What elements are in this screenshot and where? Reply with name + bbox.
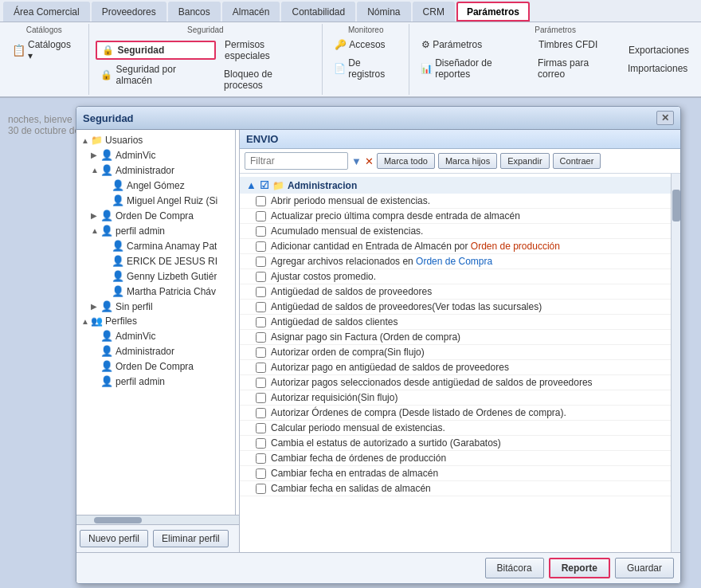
perm-check-12[interactable] [256, 378, 266, 388]
perm-label-13: Autorizar requisición(Sin flujo) [271, 392, 397, 403]
perm-check-16[interactable] [256, 438, 266, 449]
eliminar-perfil-button[interactable]: Eliminar perfil [153, 530, 229, 547]
ribbon-btn-firmas-label: Firmas para correo [538, 57, 615, 80]
reporte-button[interactable]: Reporte [549, 558, 610, 578]
ribbon-btn-exportaciones[interactable]: Exportaciones [623, 41, 695, 59]
ribbon-btn-importaciones-label: Importaciones [628, 63, 687, 74]
perm-check-18[interactable] [256, 468, 266, 479]
perm-check-17[interactable] [256, 453, 266, 464]
filter-input[interactable] [245, 152, 348, 170]
tab-proveedores[interactable]: Proveedores [92, 2, 166, 22]
tree-scrollbar[interactable] [76, 515, 239, 524]
tree-item-perfil-admin[interactable]: ▲ 👤 perfil admin [80, 223, 232, 238]
tree-label-angel: Angel Gómez [127, 180, 185, 191]
tree-footer: Nuevo perfil Eliminar perfil [76, 524, 239, 552]
perm-check-10[interactable] [256, 347, 266, 358]
ribbon-btn-firmas[interactable]: Firmas para correo [533, 55, 620, 82]
dialog-title: Seguridad [83, 112, 134, 124]
toggle-perfil-admin: ▲ [91, 226, 100, 235]
tree-item-carmina[interactable]: 👤 Carmina Anamay Pat [80, 238, 232, 253]
tree-item-sin-perfil[interactable]: ▶ 👤 Sin perfil [80, 299, 232, 314]
perm-check-11[interactable] [256, 363, 266, 373]
ribbon-btn-importaciones[interactable]: Importaciones [623, 61, 695, 76]
filter-icon[interactable]: ▼ [351, 155, 362, 167]
filter-clear-icon[interactable]: ✕ [365, 155, 374, 167]
tab-almacen[interactable]: Almacén [222, 2, 280, 22]
tree-item-perfil-adminvic[interactable]: 👤 AdminVic [80, 328, 232, 343]
perm-check-9[interactable] [256, 332, 266, 343]
ribbon-btn-permisos-label: Permisos especiales [225, 39, 310, 61]
perm-list-scrollbar[interactable] [671, 174, 680, 552]
tree-item-usuarios-root[interactable]: ▲ 📁 Usuarios [80, 133, 232, 147]
tree-item-perfil-orden[interactable]: 👤 Orden De Compra [80, 359, 232, 374]
tree-item-angel[interactable]: 👤 Angel Gómez [80, 178, 232, 193]
ribbon-btn-permisos[interactable]: Permisos especiales [219, 36, 315, 65]
perm-list[interactable]: ▲ ☑ 📁 Administracion Abrir periodo mensu… [240, 174, 671, 552]
tree-panel[interactable]: ▲ 📁 Usuarios ▶ 👤 AdminVic ▲ 👤 Admin [76, 130, 236, 515]
tree-item-genny[interactable]: 👤 Genny Lizbeth Gutiér [80, 269, 232, 284]
ribbon-btn-bloqueo[interactable]: Bloqueo de procesos [219, 66, 315, 93]
tab-nomina[interactable]: Nómina [357, 2, 410, 22]
perm-item-12: Autorizar pagos seleccionados desde anti… [240, 375, 671, 390]
guardar-button[interactable]: Guardar [615, 558, 674, 578]
perm-check-5[interactable] [256, 272, 266, 282]
tree-item-erick[interactable]: 👤 ERICK DE JESUS RI [80, 253, 232, 269]
key-icon: 🔑 [335, 39, 347, 50]
toggle-sin-perfil: ▶ [91, 302, 100, 311]
ribbon-btn-accesos[interactable]: 🔑 Accesos [329, 36, 402, 53]
tree-item-orden[interactable]: ▶ 👤 Orden De Compra [80, 208, 232, 223]
perm-check-3[interactable] [256, 241, 266, 252]
tree-item-martha[interactable]: 👤 Martha Patricia Cháv [80, 284, 232, 299]
contraer-button[interactable]: Contraer [553, 153, 601, 169]
dialog-close-button[interactable]: ✕ [656, 111, 674, 125]
perm-item-13: Autorizar requisición(Sin flujo) [240, 390, 671, 406]
tree-item-perfil-administrador[interactable]: 👤 Administrador [80, 343, 232, 359]
tree-label-p-perfil-admin: perfil admin [116, 376, 165, 387]
right-panel: ENVIO ▼ ✕ Marca todo Marca hijos Expandi… [240, 130, 680, 552]
perm-check-6[interactable] [256, 287, 266, 297]
perm-check-4[interactable] [256, 257, 266, 267]
tab-area-comercial[interactable]: Área Comercial [3, 2, 90, 22]
perm-check-2[interactable] [256, 226, 266, 237]
tree-label-p-orden: Orden De Compra [116, 361, 194, 372]
expandir-button[interactable]: Expandir [500, 153, 549, 169]
ribbon-btn-params[interactable]: ⚙ Parámetros [416, 36, 530, 53]
ribbon-btn-disenador[interactable]: 📊 Diseñador de reportes [416, 55, 530, 82]
perm-check-1[interactable] [256, 211, 266, 221]
perm-check-13[interactable] [256, 393, 266, 403]
perm-check-15[interactable] [256, 423, 266, 433]
ribbon-btn-catalogos[interactable]: 📋 Catálogos ▾ [6, 36, 82, 65]
perm-check-19[interactable] [256, 484, 266, 494]
perm-check-14[interactable] [256, 408, 266, 418]
tree-item-adminvic[interactable]: ▶ 👤 AdminVic [80, 147, 232, 163]
marca-hijos-button[interactable]: Marca hijos [438, 153, 497, 169]
user-icon-adminvic: 👤 [100, 149, 113, 161]
perm-item-15: Calcular periodo mensual de existencias. [240, 421, 671, 436]
perm-check-7[interactable] [256, 302, 266, 312]
bitacora-button[interactable]: Bitácora [485, 558, 544, 578]
dialog-footer: Bitácora Reporte Guardar [76, 552, 680, 583]
perm-check-8[interactable] [256, 317, 266, 327]
perm-item-7: Antigüedad de saldos de proveedores(Ver … [240, 300, 671, 315]
tree-item-administrador[interactable]: ▲ 👤 Administrador [80, 163, 232, 178]
ribbon-btn-timbres[interactable]: Timbres CFDI [533, 36, 620, 53]
tree-label-adminvic: AdminVic [116, 150, 155, 161]
tree-item-perfiles-root[interactable]: ▲ 👥 Perfiles [80, 314, 232, 328]
tree-item-miguel[interactable]: 👤 Miguel Angel Ruiz (Si [80, 193, 232, 208]
ribbon-btn-registros[interactable]: 📄 De registros [329, 55, 402, 82]
tab-crm[interactable]: CRM [413, 2, 455, 22]
nuevo-perfil-button[interactable]: Nuevo perfil [80, 530, 148, 547]
tree-panel-container: ▲ 📁 Usuarios ▶ 👤 AdminVic ▲ 👤 Admin [76, 130, 240, 552]
marca-todo-button[interactable]: Marca todo [377, 153, 435, 169]
ribbon-btn-seguridad[interactable]: 🔒 Seguridad [96, 41, 217, 60]
tree-label-orden: Orden De Compra [116, 210, 194, 221]
ribbon-btn-catalogos-label: Catálogos ▾ [28, 39, 76, 61]
tab-contabilidad[interactable]: Contabilidad [281, 2, 355, 22]
ribbon-btn-seg-almacen[interactable]: 🔒 Seguridad por almacén [96, 61, 217, 88]
tab-parametros[interactable]: Parámetros [456, 2, 530, 22]
perm-check-0[interactable] [256, 196, 266, 206]
tree-item-perfil-perfil-admin[interactable]: 👤 perfil admin [80, 374, 232, 389]
tab-bancos[interactable]: Bancos [168, 2, 221, 22]
perm-label-9: Asignar pago sin Factura (Orden de compr… [271, 331, 460, 343]
group-label: Administracion [288, 180, 357, 191]
